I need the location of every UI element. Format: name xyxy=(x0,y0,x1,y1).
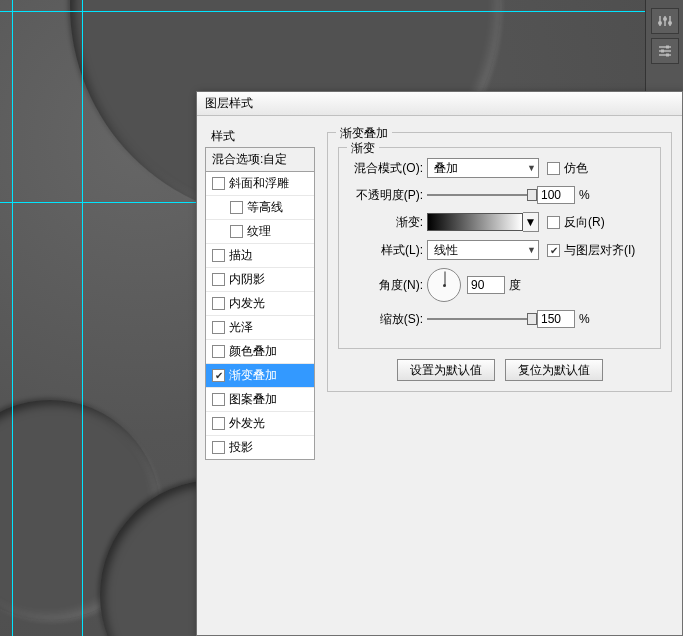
checkbox-icon xyxy=(547,216,560,229)
dialog-titlebar[interactable]: 图层样式 xyxy=(197,92,682,116)
blend-mode-label: 混合模式(O): xyxy=(349,160,427,177)
angle-label: 角度(N): xyxy=(349,277,427,294)
gradient-style-select[interactable]: 线性 ▼ xyxy=(427,240,539,260)
panel-button-settings[interactable] xyxy=(651,38,679,64)
percent-unit: % xyxy=(579,312,590,326)
svg-point-2 xyxy=(668,21,672,25)
guide-vertical[interactable] xyxy=(12,0,13,636)
style-item-inner-shadow[interactable]: 内阴影 xyxy=(206,268,314,292)
checkbox-icon xyxy=(547,162,560,175)
checkbox-icon[interactable] xyxy=(212,273,225,286)
align-checkbox[interactable]: 与图层对齐(I) xyxy=(547,242,635,259)
gradient-overlay-fieldset: 渐变叠加 渐变 混合模式(O): 叠加 ▼ 仿色 不透明度(P): xyxy=(327,132,672,392)
gradient-label: 渐变: xyxy=(349,214,427,231)
style-list-panel: 样式 混合选项:自定 斜面和浮雕 等高线 纹理 描边 内阴影 内发光 光泽 颜色… xyxy=(205,126,315,625)
gradient-fieldset: 渐变 混合模式(O): 叠加 ▼ 仿色 不透明度(P): % xyxy=(338,147,661,349)
checkbox-icon[interactable] xyxy=(212,345,225,358)
gradient-dropdown-button[interactable]: ▼ xyxy=(523,212,539,232)
blend-mode-select[interactable]: 叠加 ▼ xyxy=(427,158,539,178)
gradient-swatch[interactable] xyxy=(427,213,523,231)
blend-options-header[interactable]: 混合选项:自定 xyxy=(206,147,314,172)
settings-panel: 渐变叠加 渐变 混合模式(O): 叠加 ▼ 仿色 不透明度(P): xyxy=(315,126,672,625)
svg-rect-3 xyxy=(666,46,669,49)
scale-input[interactable] xyxy=(537,310,575,328)
svg-point-1 xyxy=(663,17,667,21)
style-item-satin[interactable]: 光泽 xyxy=(206,316,314,340)
chevron-down-icon: ▼ xyxy=(527,163,536,173)
checkbox-icon[interactable] xyxy=(212,369,225,382)
style-item-inner-glow[interactable]: 内发光 xyxy=(206,292,314,316)
chevron-down-icon: ▼ xyxy=(527,245,536,255)
guide-horizontal[interactable] xyxy=(0,11,683,12)
opacity-slider[interactable] xyxy=(427,187,537,203)
style-item-stroke[interactable]: 描边 xyxy=(206,244,314,268)
checkbox-icon xyxy=(547,244,560,257)
style-item-bevel[interactable]: 斜面和浮雕 xyxy=(206,172,314,196)
checkbox-icon[interactable] xyxy=(212,441,225,454)
styles-header: 样式 xyxy=(205,126,315,147)
checkbox-icon[interactable] xyxy=(212,177,225,190)
dialog-title: 图层样式 xyxy=(205,95,253,112)
reverse-checkbox[interactable]: 反向(R) xyxy=(547,214,605,231)
dither-checkbox[interactable]: 仿色 xyxy=(547,160,588,177)
style-item-drop-shadow[interactable]: 投影 xyxy=(206,436,314,459)
svg-rect-4 xyxy=(661,50,664,53)
style-item-pattern-overlay[interactable]: 图案叠加 xyxy=(206,388,314,412)
svg-rect-5 xyxy=(666,54,669,57)
style-item-contour[interactable]: 等高线 xyxy=(206,196,314,220)
checkbox-icon[interactable] xyxy=(212,417,225,430)
gradient-group-label: 渐变 xyxy=(347,140,379,157)
style-item-outer-glow[interactable]: 外发光 xyxy=(206,412,314,436)
guide-vertical[interactable] xyxy=(82,0,83,636)
scale-label: 缩放(S): xyxy=(349,311,427,328)
style-item-gradient-overlay[interactable]: 渐变叠加 xyxy=(206,364,314,388)
layer-style-dialog: 图层样式 样式 混合选项:自定 斜面和浮雕 等高线 纹理 描边 内阴影 内发光 … xyxy=(196,91,683,636)
svg-point-0 xyxy=(658,21,662,25)
checkbox-icon[interactable] xyxy=(212,297,225,310)
angle-wheel[interactable] xyxy=(427,268,461,302)
adjustments-icon xyxy=(657,13,673,29)
reset-default-button[interactable]: 复位为默认值 xyxy=(505,359,603,381)
checkbox-icon[interactable] xyxy=(212,321,225,334)
chevron-down-icon: ▼ xyxy=(525,215,537,229)
angle-input[interactable] xyxy=(467,276,505,294)
checkbox-icon[interactable] xyxy=(230,201,243,214)
scale-slider[interactable] xyxy=(427,311,537,327)
checkbox-icon[interactable] xyxy=(212,249,225,262)
set-default-button[interactable]: 设置为默认值 xyxy=(397,359,495,381)
checkbox-icon[interactable] xyxy=(212,393,225,406)
style-item-color-overlay[interactable]: 颜色叠加 xyxy=(206,340,314,364)
checkbox-icon[interactable] xyxy=(230,225,243,238)
opacity-input[interactable] xyxy=(537,186,575,204)
opacity-label: 不透明度(P): xyxy=(349,187,427,204)
sliders-icon xyxy=(657,43,673,59)
style-label: 样式(L): xyxy=(349,242,427,259)
degree-unit: 度 xyxy=(509,277,521,294)
style-item-texture[interactable]: 纹理 xyxy=(206,220,314,244)
percent-unit: % xyxy=(579,188,590,202)
panel-button-adjustments[interactable] xyxy=(651,8,679,34)
